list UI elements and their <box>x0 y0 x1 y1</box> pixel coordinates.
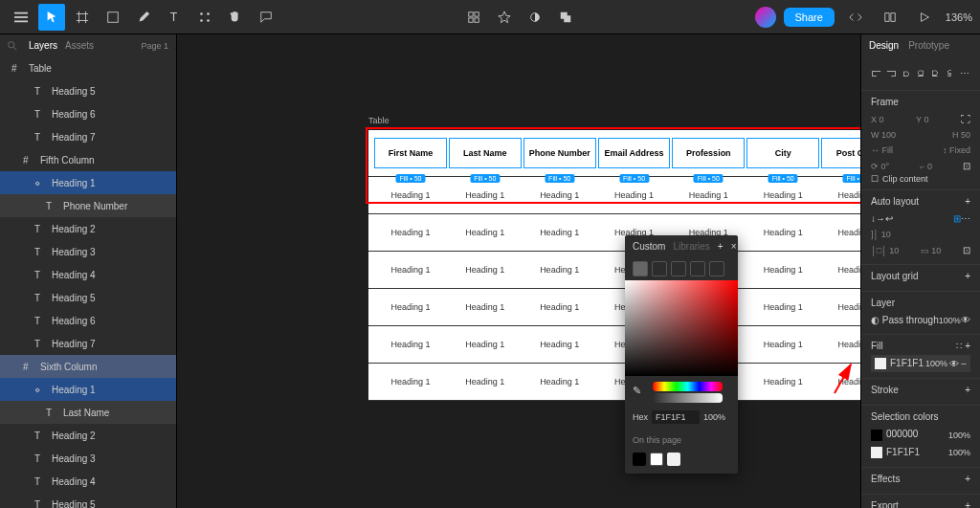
selcolor-chip[interactable] <box>871 447 882 458</box>
color-picker-tab-custom[interactable]: Custom <box>633 241 665 252</box>
eyedropper-icon[interactable]: ✎ <box>633 385 641 397</box>
user-avatar[interactable] <box>755 7 776 28</box>
table-cell[interactable]: Heading 1 <box>821 261 860 278</box>
fill-mode-angular[interactable] <box>690 261 705 276</box>
h-value[interactable]: 50 <box>961 130 970 140</box>
align-hcenter-icon[interactable]: ⫎ <box>885 66 897 80</box>
shape-tool[interactable] <box>100 4 126 31</box>
plus-icon[interactable]: + <box>965 474 970 484</box>
tab-design[interactable]: Design <box>869 40 899 51</box>
component-icon[interactable] <box>460 4 487 31</box>
fill-mode-linear[interactable] <box>652 261 667 276</box>
hamburger-menu[interactable] <box>8 4 34 31</box>
color-gradient-field[interactable] <box>625 280 738 376</box>
mask-icon[interactable] <box>491 4 518 31</box>
visibility-icon[interactable]: 👁 <box>961 315 970 325</box>
layer-item[interactable]: THeading 2 <box>0 424 176 447</box>
layer-item[interactable]: THeading 4 <box>0 470 176 493</box>
layer-item[interactable]: THeading 4 <box>0 263 176 286</box>
layer-item[interactable]: #Table <box>0 56 176 79</box>
table-cell[interactable]: Heading 1 <box>449 224 522 241</box>
constraints-icon[interactable]: ⛶ <box>961 114 970 124</box>
padding-value[interactable]: 10 <box>889 246 899 255</box>
frame-tool[interactable] <box>69 4 96 31</box>
blend-mode[interactable]: ◐ Pass through <box>871 315 939 325</box>
layer-item[interactable]: THeading 6 <box>0 309 176 332</box>
plus-icon[interactable]: + <box>965 196 970 207</box>
independent-padding-icon[interactable]: ⊡ <box>963 245 970 255</box>
table-cell[interactable]: Heading 1 <box>746 336 819 353</box>
align-vcenter-icon[interactable]: ⫒ <box>929 66 941 80</box>
table-cell[interactable]: Heading 1 <box>374 336 447 353</box>
plus-icon[interactable]: + <box>965 341 970 351</box>
table-cell[interactable]: Heading 1 <box>449 261 522 278</box>
layer-item[interactable]: THeading 3 <box>0 447 176 470</box>
table-cell[interactable]: Heading 1 <box>746 224 819 241</box>
devmode-icon[interactable] <box>842 4 869 31</box>
hand-tool[interactable] <box>222 4 249 31</box>
vsizing[interactable]: Fixed <box>949 145 970 155</box>
text-tool[interactable]: T <box>161 4 188 31</box>
padding-v[interactable]: 10 <box>931 246 941 255</box>
layer-item[interactable]: THeading 2 <box>0 217 176 240</box>
resources-tool[interactable] <box>191 4 218 31</box>
swatch-grey[interactable] <box>667 453 680 466</box>
layer-item[interactable]: TPhone Number <box>0 194 176 217</box>
layer-item[interactable]: #Sixth Column <box>0 355 176 378</box>
clip-checkbox[interactable]: ☐ <box>871 174 879 184</box>
tab-layers[interactable]: Layers <box>29 40 57 51</box>
y-value[interactable]: 0 <box>924 115 928 124</box>
table-cell[interactable]: Heading 1 <box>523 373 596 390</box>
hex-input[interactable] <box>652 410 700 424</box>
alpha-slider[interactable] <box>653 393 723 403</box>
fill-mode-image[interactable] <box>709 261 724 276</box>
minus-icon[interactable]: − <box>961 359 967 369</box>
swatch-black[interactable] <box>633 453 646 466</box>
independent-corners-icon[interactable]: ⊡ <box>963 161 970 171</box>
frame-label[interactable]: Table <box>368 116 390 125</box>
al-more[interactable]: ⋯ <box>961 213 970 224</box>
layer-item[interactable]: THeading 6 <box>0 102 176 125</box>
table-cell[interactable]: Heading 1 <box>449 373 522 390</box>
x-value[interactable]: 0 <box>880 115 884 124</box>
union-icon[interactable] <box>552 4 579 31</box>
align-bottom-icon[interactable]: ⫓ <box>944 66 955 80</box>
layer-item[interactable]: #Fifth Column <box>0 148 176 171</box>
table-cell[interactable]: Heading 1 <box>523 298 596 316</box>
layer-item[interactable]: THeading 3 <box>0 240 176 263</box>
hsizing[interactable]: Fill <box>882 145 894 155</box>
table-cell[interactable]: Heading 1 <box>374 373 447 390</box>
tab-prototype[interactable]: Prototype <box>908 40 949 51</box>
fill-opacity[interactable]: 100% <box>925 359 947 368</box>
table-cell[interactable]: Heading 1 <box>449 298 522 316</box>
align-top-icon[interactable]: ⫑ <box>915 66 926 80</box>
canvas[interactable]: Table First NameLast NamePhone NumberEma… <box>177 34 860 508</box>
table-cell[interactable]: Heading 1 <box>821 298 860 316</box>
plus-icon[interactable]: + <box>965 500 970 508</box>
present-icon[interactable] <box>911 4 938 31</box>
layer-item[interactable]: THeading 5 <box>0 79 176 102</box>
zoom-display[interactable]: 136% <box>946 11 972 23</box>
layer-item[interactable]: ⋄Heading 1 <box>0 171 176 194</box>
layer-item[interactable]: TLast Name <box>0 401 176 424</box>
fill-hex[interactable]: F1F1F1 <box>890 358 924 368</box>
hue-slider[interactable] <box>653 382 723 391</box>
layer-item[interactable]: THeading 5 <box>0 493 176 508</box>
color-picker-tab-libraries[interactable]: Libraries <box>673 241 709 252</box>
more-align-icon[interactable]: ⋯ <box>959 66 970 80</box>
close-icon[interactable]: × <box>731 241 737 252</box>
tab-assets[interactable]: Assets <box>65 40 94 51</box>
page-selector[interactable]: Page 1 <box>141 41 168 51</box>
table-cell[interactable]: Heading 1 <box>523 224 596 241</box>
w-value[interactable]: 100 <box>881 130 896 140</box>
gap-value[interactable]: 10 <box>881 230 891 239</box>
table-cell[interactable]: Heading 1 <box>449 336 522 353</box>
comment-tool[interactable] <box>253 4 279 31</box>
move-tool[interactable] <box>38 4 65 31</box>
table-cell[interactable]: Heading 1 <box>374 224 447 241</box>
search-icon[interactable] <box>8 41 17 51</box>
plus-icon[interactable]: + <box>718 241 724 252</box>
table-cell[interactable]: Heading 1 <box>821 224 860 241</box>
al-align-grid[interactable]: ⊞ <box>953 213 961 224</box>
layer-item[interactable]: THeading 7 <box>0 125 176 148</box>
